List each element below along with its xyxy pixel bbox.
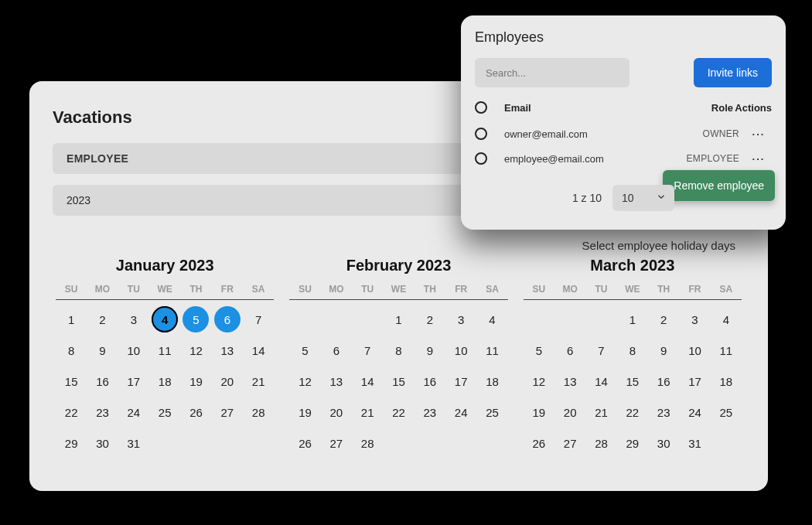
calendar-day[interactable]: 12 [180,337,211,363]
calendar-day[interactable]: 25 [149,399,180,425]
calendar-day[interactable]: 17 [118,368,149,394]
calendar-day[interactable]: 24 [445,399,476,425]
calendar-day[interactable]: 11 [476,337,507,363]
calendar-day[interactable]: 16 [87,368,118,394]
calendar-day[interactable]: 3 [679,306,710,332]
invite-links-button[interactable]: Invite links [694,58,772,87]
calendar-day[interactable]: 4 [476,306,507,332]
calendar-day[interactable]: 7 [352,337,383,363]
calendar-day[interactable]: 1 [56,306,87,332]
calendar-day[interactable]: 2 [415,306,445,332]
calendar-day[interactable]: 26 [524,430,554,456]
calendar-day[interactable]: 12 [524,368,554,394]
calendar-day[interactable]: 3 [445,306,476,332]
calendar-day[interactable]: 28 [585,430,616,456]
calendar-day[interactable]: 16 [648,368,679,394]
calendar-day[interactable]: 3 [118,306,149,332]
calendar-day[interactable]: 5 [180,306,211,332]
calendar-day[interactable]: 5 [289,337,320,363]
calendar-day[interactable]: 23 [87,399,118,425]
calendar-day[interactable]: 5 [524,337,554,363]
calendar-day[interactable]: 30 [648,430,679,456]
calendar-day[interactable]: 25 [476,399,507,425]
row-checkbox[interactable] [475,152,487,165]
calendar-day[interactable]: 19 [289,399,320,425]
calendar-day[interactable]: 9 [415,337,445,363]
calendar-day[interactable]: 21 [243,368,274,394]
select-all-checkbox[interactable] [475,101,487,114]
calendar-day[interactable]: 16 [415,368,445,394]
calendar-day[interactable]: 30 [87,430,118,456]
calendar-day[interactable]: 27 [212,399,243,425]
calendar-day[interactable]: 12 [289,368,320,394]
calendar-day[interactable]: 21 [352,399,383,425]
calendar-day[interactable]: 26 [180,399,211,425]
calendar-day[interactable]: 19 [524,399,554,425]
calendar-day[interactable]: 4 [711,306,742,332]
calendar-day[interactable]: 28 [243,399,274,425]
calendar-day[interactable]: 13 [554,368,585,394]
calendar-day[interactable]: 6 [212,306,243,332]
calendar-day[interactable]: 18 [476,368,507,394]
calendar-day[interactable]: 19 [180,368,211,394]
page-size-select[interactable]: 10 [612,185,674,211]
calendar-day[interactable]: 15 [56,368,87,394]
calendar-day[interactable]: 15 [383,368,414,394]
calendar-day[interactable]: 17 [679,368,710,394]
calendar-day[interactable]: 6 [321,337,352,363]
calendar-day[interactable]: 18 [711,368,742,394]
remove-employee-button[interactable]: Remove employee [663,170,775,201]
calendar-day[interactable]: 14 [243,337,274,363]
calendar-day[interactable]: 23 [648,399,679,425]
calendar-day[interactable]: 8 [383,337,414,363]
calendar-day[interactable]: 22 [383,399,414,425]
calendar-day[interactable]: 27 [554,430,585,456]
calendar-day[interactable]: 29 [56,430,87,456]
calendar-day[interactable]: 10 [679,337,710,363]
calendar-day[interactable]: 8 [617,337,648,363]
calendar-day[interactable]: 25 [711,399,742,425]
calendar-day[interactable]: 7 [585,337,616,363]
calendar-day[interactable]: 20 [321,399,352,425]
calendar-day[interactable]: 18 [149,368,180,394]
calendar-day[interactable]: 8 [56,337,87,363]
calendar-day-number: 9 [427,344,433,357]
calendar-day[interactable]: 23 [415,399,445,425]
search-input[interactable] [475,58,629,87]
calendar-day[interactable]: 31 [679,430,710,456]
calendar-day[interactable]: 10 [445,337,476,363]
calendar-day[interactable]: 10 [118,337,149,363]
calendar-day[interactable]: 21 [585,399,616,425]
calendar-day[interactable]: 4 [149,306,180,332]
calendar-day[interactable]: 20 [554,399,585,425]
calendar-day[interactable]: 15 [617,368,648,394]
calendar-day[interactable]: 27 [321,430,352,456]
calendar-day[interactable]: 14 [352,368,383,394]
calendar-day[interactable]: 29 [617,430,648,456]
calendar-day[interactable]: 2 [87,306,118,332]
calendar-day[interactable]: 14 [585,368,616,394]
calendar-day[interactable]: 9 [648,337,679,363]
row-actions-menu[interactable]: ··· [745,153,772,165]
calendar-day[interactable]: 2 [648,306,679,332]
calendar-day[interactable]: 20 [212,368,243,394]
calendar-day[interactable]: 28 [352,430,383,456]
calendar-day[interactable]: 22 [617,399,648,425]
calendar-day[interactable]: 1 [617,306,648,332]
calendar-day[interactable]: 1 [383,306,414,332]
row-actions-menu[interactable]: ··· [745,128,772,140]
calendar-day[interactable]: 13 [212,337,243,363]
calendar-day[interactable]: 17 [445,368,476,394]
calendar-day[interactable]: 9 [87,337,118,363]
calendar-day[interactable]: 11 [711,337,742,363]
calendar-day[interactable]: 22 [56,399,87,425]
calendar-day[interactable]: 13 [321,368,352,394]
calendar-day[interactable]: 31 [118,430,149,456]
calendar-day[interactable]: 24 [679,399,710,425]
calendar-day[interactable]: 7 [243,306,274,332]
calendar-day[interactable]: 6 [554,337,585,363]
calendar-day[interactable]: 24 [118,399,149,425]
calendar-day[interactable]: 11 [149,337,180,363]
row-checkbox[interactable] [475,128,487,140]
calendar-day[interactable]: 26 [289,430,320,456]
